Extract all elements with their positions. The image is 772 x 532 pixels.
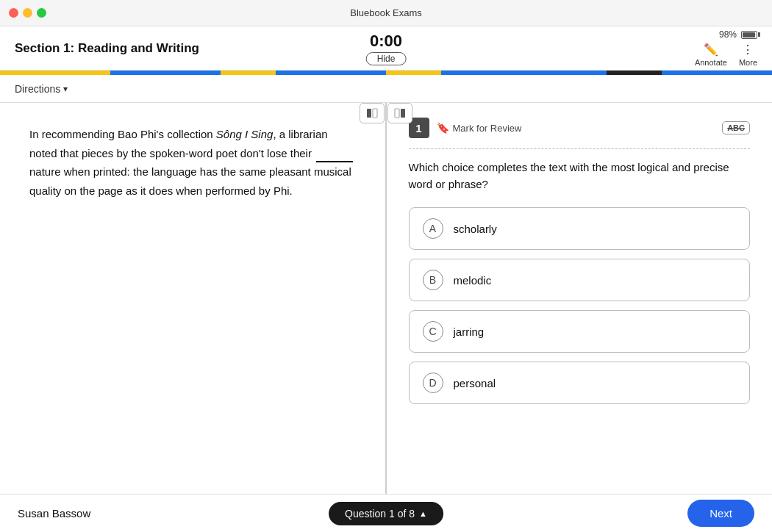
progress-segment — [0, 71, 110, 75]
answer-choice-d[interactable]: D personal — [409, 362, 750, 404]
bookmark-icon: 🔖 — [437, 122, 449, 134]
answer-choices: A scholarly B melodic C jarring D person… — [409, 207, 750, 404]
layout-split-left-button[interactable] — [360, 103, 385, 123]
right-panel: 1 🔖 Mark for Review ABC Which choice com… — [387, 103, 772, 494]
svg-rect-0 — [367, 109, 371, 118]
directions-label: Directions — [15, 83, 60, 95]
app-title: Bluebook Exams — [350, 7, 422, 18]
footer-center: Question 1 of 8 ▲ — [329, 502, 443, 525]
next-button[interactable]: Next — [687, 500, 754, 527]
main-content: In recommending Bao Phi's collection Sôn… — [0, 103, 772, 494]
progress-segment — [662, 71, 772, 75]
section-title: Section 1: Reading and Writing — [15, 41, 221, 56]
progress-segment — [110, 71, 221, 75]
directions-button[interactable]: Directions ▾ — [15, 83, 68, 95]
timer-area: 0:00 Hide — [366, 32, 407, 65]
hide-button[interactable]: Hide — [366, 52, 407, 65]
annotate-icon: ✏️ — [704, 43, 718, 57]
answer-choice-c[interactable]: C jarring — [409, 310, 750, 353]
user-name: Susan Bassow — [18, 507, 90, 520]
more-label: More — [739, 58, 757, 67]
battery-row: 98% — [719, 29, 757, 40]
titlebar: Bluebook Exams — [0, 0, 772, 26]
directions-bar: Directions ▾ — [0, 75, 772, 103]
battery-icon — [741, 31, 757, 39]
header: Section 1: Reading and Writing 0:00 Hide… — [0, 26, 772, 71]
progress-segment — [276, 71, 386, 75]
svg-rect-2 — [395, 109, 399, 118]
minimize-button[interactable] — [23, 8, 32, 18]
question-divider — [409, 148, 750, 149]
blank-space — [316, 161, 353, 162]
abc-button[interactable]: ABC — [722, 121, 750, 134]
question-nav-button[interactable]: Question 1 of 8 ▲ — [329, 502, 443, 525]
choice-text-d: personal — [454, 377, 496, 389]
battery-fill — [743, 32, 755, 37]
maximize-button[interactable] — [37, 8, 46, 18]
question-nav-label: Question 1 of 8 — [345, 508, 415, 520]
vertical-divider — [386, 103, 387, 494]
answer-choice-b[interactable]: B melodic — [409, 259, 750, 301]
passage-text: In recommending Bao Phi's collection Sôn… — [29, 125, 356, 200]
header-actions: ✏️ Annotate ⋮ More — [695, 43, 757, 67]
close-button[interactable] — [9, 8, 18, 18]
mark-review-button[interactable]: 🔖 Mark for Review — [437, 122, 715, 134]
answer-choice-a[interactable]: A scholarly — [409, 207, 750, 250]
progress-segment — [221, 71, 276, 75]
left-panel: In recommending Bao Phi's collection Sôn… — [0, 103, 386, 494]
choice-letter-a: A — [423, 218, 443, 239]
progress-segment — [386, 71, 441, 75]
book-title: Sông I Sing — [216, 128, 274, 140]
question-header: 1 🔖 Mark for Review ABC — [409, 118, 750, 138]
layout-right-icon — [394, 108, 406, 118]
mark-review-label: Mark for Review — [453, 123, 522, 134]
layout-left-icon — [366, 108, 378, 118]
choice-text-a: scholarly — [454, 223, 497, 235]
layout-split-right-button[interactable] — [387, 103, 412, 123]
choice-letter-c: C — [423, 321, 443, 342]
progress-segment — [441, 71, 607, 75]
choice-letter-d: D — [423, 373, 443, 393]
annotate-button[interactable]: ✏️ Annotate — [695, 43, 727, 67]
annotate-label: Annotate — [695, 58, 727, 67]
traffic-lights — [9, 8, 46, 18]
footer-right: Next — [687, 500, 754, 527]
chevron-down-icon: ▾ — [63, 84, 68, 94]
question-text: Which choice completes the text with the… — [409, 159, 750, 193]
choice-text-c: jarring — [454, 326, 485, 338]
more-icon: ⋮ — [742, 43, 754, 57]
progress-bar — [0, 71, 772, 75]
layout-icons — [360, 103, 412, 123]
svg-rect-3 — [401, 109, 405, 118]
footer: Susan Bassow Question 1 of 8 ▲ Next — [0, 494, 772, 532]
more-button[interactable]: ⋮ More — [739, 43, 757, 67]
battery-body — [741, 31, 757, 39]
timer-display: 0:00 — [370, 32, 402, 51]
choice-letter-b: B — [423, 270, 443, 290]
chevron-up-icon: ▲ — [419, 509, 427, 518]
progress-segment — [607, 71, 662, 75]
header-right: 98% ✏️ Annotate ⋮ More — [695, 29, 757, 67]
svg-rect-1 — [373, 109, 377, 118]
choice-text-b: melodic — [454, 274, 492, 287]
battery-percentage: 98% — [719, 29, 737, 40]
